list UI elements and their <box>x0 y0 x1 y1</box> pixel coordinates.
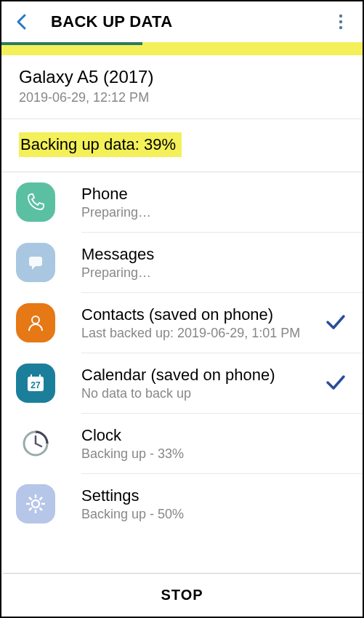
svg-point-1 <box>339 20 342 23</box>
item-title: Calendar (saved on phone) <box>81 366 325 385</box>
svg-point-0 <box>339 15 342 17</box>
svg-point-2 <box>339 26 342 29</box>
item-title: Contacts (saved on phone) <box>81 305 325 324</box>
svg-line-17 <box>40 508 43 511</box>
back-icon[interactable] <box>13 13 31 31</box>
svg-point-11 <box>32 500 39 507</box>
progress-bar <box>1 42 363 55</box>
device-name: Galaxy A5 (2017) <box>19 67 345 87</box>
item-title: Clock <box>81 426 347 445</box>
device-info: Galaxy A5 (2017) 2019-06-29, 12:12 PM <box>1 55 363 119</box>
backup-status: Backing up data: 39% <box>1 119 363 172</box>
stop-button[interactable]: STOP <box>161 587 203 603</box>
list-item[interactable]: 27 Calendar (saved on phone) No data to … <box>1 353 363 413</box>
item-title: Settings <box>81 486 347 505</box>
progress-fill <box>1 42 142 45</box>
page-title: BACK UP DATA <box>51 12 332 31</box>
item-subtitle: No data to back up <box>81 386 325 401</box>
calendar-icon: 27 <box>16 364 55 403</box>
settings-icon <box>16 484 55 523</box>
contacts-icon <box>16 303 55 342</box>
svg-line-19 <box>40 497 43 500</box>
svg-point-4 <box>32 316 39 324</box>
footer-bar: STOP <box>3 573 361 617</box>
phone-icon <box>16 182 55 222</box>
item-subtitle: Preparing… <box>81 265 347 281</box>
list-item[interactable]: Contacts (saved on phone) Last backed up… <box>1 293 363 353</box>
item-subtitle: Backing up - 33% <box>81 446 347 462</box>
clock-icon <box>16 424 55 463</box>
list-item[interactable]: Settings Backing up - 50% <box>1 474 363 534</box>
svg-rect-3 <box>29 257 42 266</box>
messages-icon <box>16 243 55 282</box>
item-subtitle: Preparing… <box>81 205 347 220</box>
item-title: Phone <box>81 185 347 204</box>
list-item[interactable]: Messages Preparing… <box>1 233 363 292</box>
item-subtitle: Backing up - 50% <box>81 507 347 522</box>
status-text: Backing up data: 39% <box>19 132 182 157</box>
svg-line-18 <box>29 508 32 511</box>
svg-text:27: 27 <box>31 380 41 390</box>
backup-list: Phone Preparing… Messages Preparing… Con… <box>1 172 363 534</box>
svg-line-16 <box>29 497 32 500</box>
list-item[interactable]: Clock Backing up - 33% <box>1 414 363 473</box>
check-icon <box>325 372 347 394</box>
more-menu-icon[interactable] <box>332 13 349 31</box>
device-timestamp: 2019-06-29, 12:12 PM <box>19 90 345 105</box>
item-title: Messages <box>81 245 347 264</box>
list-item[interactable]: Phone Preparing… <box>1 172 363 232</box>
check-icon <box>325 312 347 334</box>
item-subtitle: Last backed up: 2019-06-29, 1:01 PM <box>81 326 325 341</box>
app-header: BACK UP DATA <box>1 1 363 42</box>
